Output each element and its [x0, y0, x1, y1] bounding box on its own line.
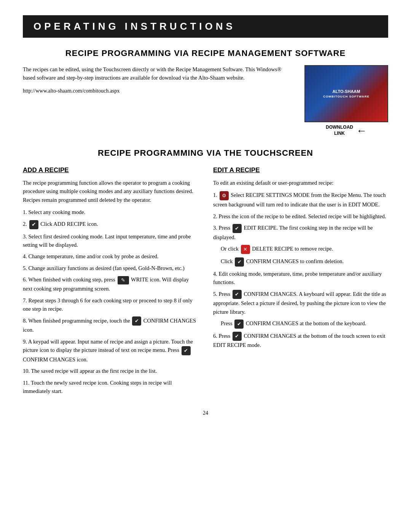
add-recipe-column: ADD A RECIPE The recipe programming func… [23, 166, 198, 399]
page: OPERATING INSTRUCTIONS RECIPE PROGRAMMIN… [0, 0, 411, 532]
page-title: OPERATING INSTRUCTIONS [33, 21, 378, 32]
add-recipe-list: 1. Select any cooking mode. 2. Click ADD… [23, 208, 198, 395]
header-bar: OPERATING INSTRUCTIONS [23, 15, 388, 38]
edit-recipe-title: EDIT A RECIPE [213, 166, 388, 174]
list-item-text: 3. Select first desired cooking mode. La… [23, 233, 191, 248]
list-item-text: 3. Press EDIT RECIPE. The first cooking … [213, 225, 373, 240]
confirm-icon-9 [182, 346, 191, 355]
list-item-text: 5. Change auxiliary functions as desired… [23, 265, 185, 271]
software-section-title: RECIPE PROGRAMMING VIA RECIPE MANAGEMENT… [23, 48, 388, 58]
screenshot-inner: ALTO-SHAAM COMBITOUCH SOFTWARE [305, 66, 387, 121]
add-recipe-title: ADD A RECIPE [23, 166, 198, 174]
list-item-text: 5. Press CONFIRM CHANGES. A keyboard wil… [213, 291, 386, 315]
software-text-block: The recipes can be edited, using the Tou… [23, 65, 293, 100]
list-item: Or click DELETE RECIPE to remove recipe. [213, 244, 388, 254]
list-item-text: 10. The saved recipe will appear as the … [23, 368, 157, 374]
list-item-text: Click CONFIRM CHANGES to confirm deletio… [221, 258, 344, 264]
list-item: 1. Select any cooking mode. [23, 208, 198, 216]
write-icon [118, 276, 129, 284]
list-item-text: 2. Click ADD RECIPE icon. [23, 221, 98, 227]
list-item-text: 6. Press CONFIRM CHANGES at the bottom o… [213, 333, 386, 348]
list-item-text: 1. Select RECIPE SETTINGS MODE from the … [213, 192, 386, 208]
recipe-image-block: ALTO-SHAAM COMBITOUCH SOFTWARE DOWNLOADL… [304, 65, 388, 137]
list-item-text: 9. A keypad will appear. Input name of r… [23, 339, 193, 363]
download-label: DOWNLOADLINK [326, 125, 353, 136]
list-item: 7. Repeat steps 3 through 6 for each coo… [23, 296, 198, 313]
list-item: 4. Edit cooking mode, temperature, time,… [213, 270, 388, 287]
list-item: Click CONFIRM CHANGES to confirm deletio… [213, 257, 388, 267]
screenshot-logo: ALTO-SHAAM COMBITOUCH SOFTWARE [323, 89, 370, 98]
list-item: 2. Press the icon of the recipe to be ed… [213, 212, 388, 220]
edit-icon [233, 224, 242, 233]
list-item-text: 2. Press the icon of the recipe to be ed… [213, 213, 386, 219]
software-paragraph: The recipes can be edited, using the Tou… [23, 65, 293, 82]
page-number: 24 [23, 410, 388, 416]
list-item-text: 7. Repeat steps 3 through 6 for each coo… [23, 297, 193, 312]
list-item: 9. A keypad will appear. Input name of r… [23, 337, 198, 364]
delete-icon [241, 245, 250, 254]
list-item: 8. When finished programming recipe, tou… [23, 316, 198, 334]
list-item: 3. Press EDIT RECIPE. The first cooking … [213, 224, 388, 241]
list-item-text: 6. When finished with cooking step, pres… [23, 276, 189, 292]
list-item: 3. Select first desired cooking mode. La… [23, 232, 198, 249]
list-item: Press CONFIRM CHANGES at the bottom of t… [213, 319, 388, 329]
list-item-text: Press CONFIRM CHANGES at the bottom of t… [221, 320, 366, 326]
two-column-layout: ADD A RECIPE The recipe programming func… [23, 166, 388, 399]
list-item: 1. Select RECIPE SETTINGS MODE from the … [213, 191, 388, 209]
list-item: 2. Click ADD RECIPE icon. [23, 220, 198, 229]
edit-recipe-column: EDIT A RECIPE To edit an existing defaul… [213, 166, 388, 353]
edit-recipe-list: 1. Select RECIPE SETTINGS MODE from the … [213, 191, 388, 349]
list-item-text: 1. Select any cooking mode. [23, 209, 85, 215]
download-arrow-row: DOWNLOADLINK ← [326, 125, 367, 137]
confirm-icon-8 [132, 316, 141, 326]
list-item: 5. Press CONFIRM CHANGES. A keyboard wil… [213, 290, 388, 316]
recipe-screenshot: ALTO-SHAAM COMBITOUCH SOFTWARE [304, 65, 388, 122]
software-section-content: The recipes can be edited, using the Tou… [23, 65, 388, 137]
list-item-text: 4. Edit cooking mode, temperature, time,… [213, 271, 382, 285]
list-item-text: 8. When finished programming recipe, tou… [23, 318, 196, 333]
list-item-text: 11. Touch the newly saved recipe icon. C… [23, 380, 172, 394]
edit-recipe-intro: To edit an existing default or user-prog… [213, 179, 388, 187]
add-recipe-icon [29, 220, 38, 229]
touchscreen-section-title: RECIPE PROGRAMMING VIA THE TOUCHSCREEN [23, 148, 388, 158]
list-item: 5. Change auxiliary functions as desired… [23, 264, 198, 272]
list-item: 6. Press CONFIRM CHANGES at the bottom o… [213, 332, 388, 350]
settings-icon [220, 191, 229, 200]
confirm-icon-5 [233, 290, 242, 299]
list-item: 6. When finished with cooking step, pres… [23, 275, 198, 293]
confirm-icon-6 [233, 332, 242, 341]
software-url: http://www.alto-shaam.com/combitouch.asp… [23, 87, 293, 95]
list-item-text: Or click DELETE RECIPE to remove recipe. [221, 246, 333, 252]
confirm-icon-kb [234, 320, 244, 329]
list-item: 10. The saved recipe will appear as the … [23, 367, 198, 375]
add-recipe-intro: The recipe programming function allows t… [23, 179, 198, 204]
list-item: 4. Change temperature, time and/or cook … [23, 252, 198, 260]
list-item: 11. Touch the newly saved recipe icon. C… [23, 379, 198, 396]
confirm-icon-del [235, 257, 244, 267]
download-arrow-icon: ← [356, 125, 367, 137]
list-item-text: 4. Change temperature, time and/or cook … [23, 253, 159, 259]
